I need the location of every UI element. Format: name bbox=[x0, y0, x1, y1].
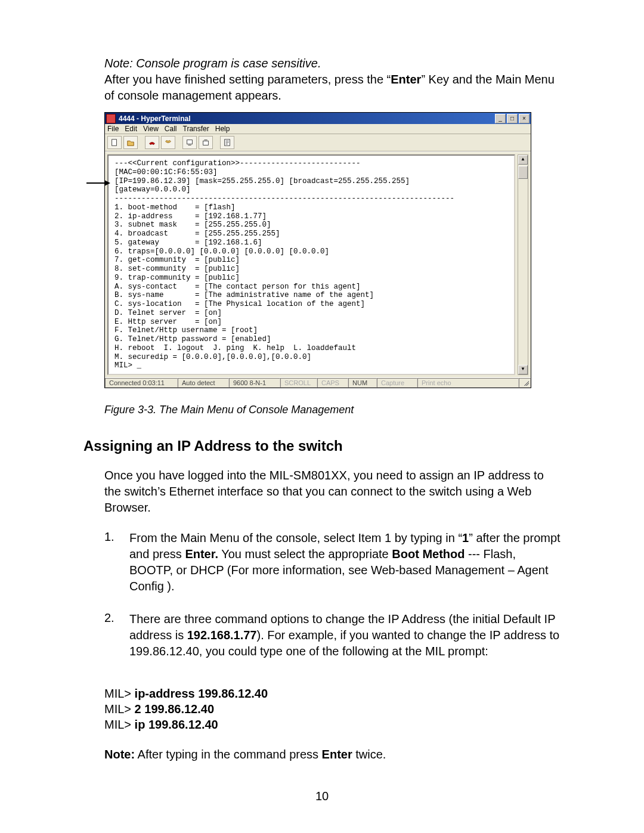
scroll-up-icon[interactable]: ▲ bbox=[518, 155, 528, 165]
prompt: MIL> bbox=[104, 718, 135, 731]
intro-paragraph: After you have finished setting paramete… bbox=[104, 72, 561, 104]
text: twice. bbox=[352, 748, 386, 761]
terminal-output: ---<<Current configuration>>------------… bbox=[107, 154, 515, 375]
status-connected: Connected 0:03:11 bbox=[105, 378, 178, 388]
svg-rect-2 bbox=[203, 141, 209, 145]
menu-edit[interactable]: Edit bbox=[125, 125, 137, 133]
list-item: 2. There are three command options to ch… bbox=[104, 611, 561, 659]
status-printecho: Print echo bbox=[417, 378, 519, 388]
resize-grip-icon[interactable] bbox=[519, 378, 531, 388]
command: ip-address 199.86.12.40 bbox=[135, 687, 268, 700]
note-enter-twice: Note: After typing in the command press … bbox=[104, 748, 561, 761]
text: From the Main Menu of the console, selec… bbox=[129, 531, 458, 544]
prompt: MIL> bbox=[104, 687, 135, 700]
terminal-area: ---<<Current configuration>>------------… bbox=[105, 151, 531, 377]
minimize-button[interactable]: _ bbox=[495, 114, 506, 123]
enter-word: Enter. bbox=[185, 547, 218, 561]
text: You must select the appropriate bbox=[218, 547, 392, 561]
status-autodetect: Auto detect bbox=[178, 378, 229, 388]
vertical-scrollbar[interactable]: ▲ ▼ bbox=[518, 154, 528, 375]
default-ip: 192.168.1.77 bbox=[187, 628, 257, 642]
text: After you have finished setting paramete… bbox=[104, 73, 387, 86]
status-num: NUM bbox=[348, 378, 377, 388]
menu-transfer[interactable]: Transfer bbox=[183, 125, 209, 133]
svg-marker-5 bbox=[104, 180, 110, 186]
close-quote: ” bbox=[469, 531, 473, 544]
hangup-icon[interactable] bbox=[145, 136, 159, 149]
open-file-icon[interactable] bbox=[123, 136, 138, 149]
section-intro: Once you have logged into the MIL-SM801X… bbox=[104, 467, 561, 516]
document-page: Note: Console program is case sensitive.… bbox=[0, 0, 644, 833]
dial-icon[interactable] bbox=[161, 136, 175, 149]
scroll-down-icon[interactable]: ▼ bbox=[518, 365, 528, 374]
send-icon[interactable] bbox=[182, 136, 197, 149]
menu-bar: File Edit View Call Transfer Help bbox=[105, 124, 531, 134]
note-case-sensitive: Note: Console program is case sensitive. bbox=[104, 57, 561, 70]
command: 2 199.86.12.40 bbox=[135, 702, 214, 716]
app-icon bbox=[106, 114, 116, 123]
command-line: MIL> 2 199.86.12.40 bbox=[104, 701, 561, 717]
menu-file[interactable]: File bbox=[107, 125, 119, 133]
status-baud: 9600 8-N-1 bbox=[229, 378, 280, 388]
scroll-thumb[interactable] bbox=[518, 166, 528, 179]
pointer-arrow-icon bbox=[86, 179, 110, 187]
enter-key-word: Enter bbox=[391, 73, 421, 86]
title-bar: 4444 - HyperTerminal _ □ × bbox=[105, 113, 531, 124]
menu-view[interactable]: View bbox=[143, 125, 159, 133]
step-number: 2. bbox=[104, 611, 129, 659]
toolbar bbox=[105, 134, 531, 151]
step-text: From the Main Menu of the console, selec… bbox=[129, 530, 561, 594]
steps-list: 1. From the Main Menu of the console, se… bbox=[104, 530, 561, 659]
properties-icon[interactable] bbox=[220, 136, 234, 149]
scroll-track[interactable] bbox=[518, 179, 528, 365]
svg-rect-0 bbox=[112, 140, 117, 146]
hyperterminal-window: 4444 - HyperTerminal _ □ × File Edit Vie… bbox=[104, 112, 531, 388]
menu-help[interactable]: Help bbox=[215, 125, 230, 133]
command: ip 199.86.12.40 bbox=[135, 718, 218, 731]
receive-icon[interactable] bbox=[199, 136, 213, 149]
step-number: 1. bbox=[104, 530, 129, 594]
menu-call[interactable]: Call bbox=[165, 125, 177, 133]
command-line: MIL> ip 199.86.12.40 bbox=[104, 717, 561, 732]
close-button[interactable]: × bbox=[519, 114, 530, 123]
figure-caption: Figure 3-3. The Main Menu of Console Man… bbox=[104, 404, 561, 416]
status-scroll: SCROLL bbox=[280, 378, 317, 388]
svg-rect-1 bbox=[187, 140, 193, 144]
page-number: 10 bbox=[0, 789, 644, 803]
note-label: Note: bbox=[104, 748, 135, 761]
prompt: MIL> bbox=[104, 702, 135, 716]
digit-one: 1 bbox=[462, 531, 469, 544]
section-heading: Assigning an IP Address to the switch bbox=[83, 438, 561, 454]
status-caps: CAPS bbox=[317, 378, 348, 388]
window-title: 4444 - HyperTerminal bbox=[119, 114, 494, 123]
status-capture: Capture bbox=[377, 378, 417, 388]
list-item: 1. From the Main Menu of the console, se… bbox=[104, 530, 561, 594]
text: After typing in the command press bbox=[135, 748, 322, 761]
status-bar: Connected 0:03:11 Auto detect 9600 8-N-1… bbox=[105, 377, 531, 388]
command-line: MIL> ip-address 199.86.12.40 bbox=[104, 686, 561, 701]
boot-method-word: Boot Method bbox=[392, 547, 465, 561]
maximize-button[interactable]: □ bbox=[507, 114, 518, 123]
step-text: There are three command options to chang… bbox=[129, 611, 561, 659]
enter-word: Enter bbox=[322, 748, 352, 761]
command-examples: MIL> ip-address 199.86.12.40 MIL> 2 199.… bbox=[104, 686, 561, 732]
new-file-icon[interactable] bbox=[107, 136, 122, 149]
